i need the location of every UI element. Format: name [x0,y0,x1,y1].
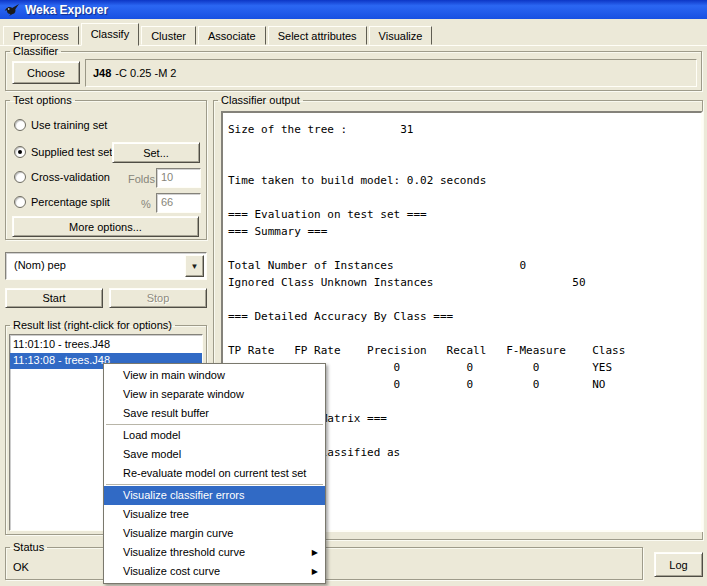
folds-field[interactable]: 10 [156,168,201,188]
weka-explorer-window: Weka Explorer PreprocessClassifyClusterA… [0,0,707,586]
menu-item-label: Visualize margin curve [123,527,233,539]
title-bar[interactable]: Weka Explorer [0,0,707,19]
radio-supplied-test-set[interactable] [14,146,26,158]
menu-item-label: Save model [123,448,181,460]
classifier-group-label: Classifier [10,45,61,57]
percent-label: % [141,198,151,210]
classifier-scheme-panel[interactable]: J48 -C 0.25 -M 2 [85,59,697,87]
menu-item-view-in-main-window[interactable]: View in main window [104,366,325,385]
scheme-name: J48 [93,67,111,79]
radio-percentage-split[interactable] [14,196,26,208]
menu-item-label: View in separate window [123,388,244,400]
radio-use-training-set-label: Use training set [31,119,107,131]
tab-associate[interactable]: Associate [198,26,266,45]
menu-item-save-model[interactable]: Save model [104,445,325,464]
stop-button[interactable]: Stop [109,288,207,308]
result-list-item[interactable]: 11:01:10 - trees.J48 [10,337,202,353]
menu-separator [106,424,323,425]
radio-percentage-split-label: Percentage split [31,196,110,208]
menu-item-label: Re-evaluate model on current test set [123,467,306,479]
menu-item-re-evaluate-model-on-current-test-set[interactable]: Re-evaluate model on current test set [104,464,325,483]
class-attribute-value: (Nom) pep [14,259,66,271]
tab-cluster[interactable]: Cluster [141,26,196,45]
tab-select-attributes[interactable]: Select attributes [268,26,367,45]
menu-item-label: Visualize threshold curve [123,546,245,558]
radio-cross-validation-label: Cross-validation [31,171,110,183]
classifier-output-group-label: Classifier output [218,94,303,106]
radio-use-training-set[interactable] [14,119,26,131]
result-list-group-label: Result list (right-click for options) [10,319,175,331]
tab-preprocess[interactable]: Preprocess [3,26,79,45]
menu-item-save-result-buffer[interactable]: Save result buffer [104,404,325,423]
window-title: Weka Explorer [25,3,108,17]
context-menu: View in main windowView in separate wind… [103,363,326,584]
menu-item-load-model[interactable]: Load model [104,426,325,445]
status-text: OK [13,561,29,573]
menu-item-label: Visualize classifier errors [123,489,244,501]
folds-label: Folds [128,173,155,185]
scheme-options: -C 0.25 -M 2 [115,67,176,79]
tab-bar: PreprocessClassifyClusterAssociateSelect… [3,23,434,45]
combo-dropdown-button[interactable]: ▼ [185,255,204,277]
status-group-label: Status [10,541,47,553]
tab-visualize[interactable]: Visualize [369,26,433,45]
menu-item-visualize-classifier-errors[interactable]: Visualize classifier errors [104,486,325,505]
menu-item-visualize-margin-curve[interactable]: Visualize margin curve [104,524,325,543]
menu-item-view-in-separate-window[interactable]: View in separate window [104,385,325,404]
more-options-button[interactable]: More options... [12,216,199,237]
set-button[interactable]: Set... [112,142,200,163]
choose-button[interactable]: Choose [12,61,80,84]
menu-item-visualize-threshold-curve[interactable]: Visualize threshold curve▶ [104,543,325,562]
radio-supplied-test-set-label: Supplied test set [31,146,112,158]
menu-item-label: Visualize cost curve [123,565,220,577]
menu-item-label: View in main window [123,369,225,381]
class-attribute-combo[interactable]: (Nom) pep ▼ [5,252,207,280]
log-button[interactable]: Log [654,552,703,577]
test-options-group-label: Test options [10,94,75,106]
percent-field[interactable]: 66 [156,193,201,213]
chevron-down-icon: ▼ [191,262,199,271]
menu-item-label: Visualize tree [123,508,189,520]
weka-bird-icon [4,3,20,17]
menu-item-visualize-tree[interactable]: Visualize tree [104,505,325,524]
start-button[interactable]: Start [5,288,103,308]
submenu-arrow-icon: ▶ [312,543,318,562]
radio-cross-validation[interactable] [14,171,26,183]
tab-classify[interactable]: Classify [81,23,140,46]
menu-separator [106,484,323,485]
menu-item-label: Load model [123,429,181,441]
menu-item-label: Save result buffer [123,407,209,419]
submenu-arrow-icon: ▶ [312,562,318,581]
menu-item-visualize-cost-curve[interactable]: Visualize cost curve▶ [104,562,325,581]
